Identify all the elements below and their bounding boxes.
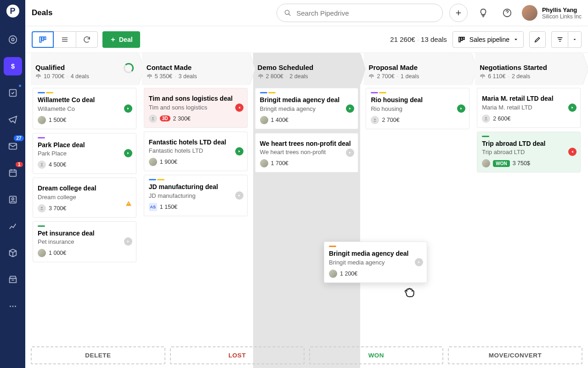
add-button[interactable] xyxy=(449,4,468,22)
deal-org: Pet insurance xyxy=(38,238,131,245)
status-indicator[interactable] xyxy=(457,104,465,113)
user-menu[interactable]: Phyllis Yang Silicon Links Inc xyxy=(522,5,582,21)
deal-card[interactable]: JD manufacturing deal JD manufacturing A… xyxy=(144,175,248,216)
view-forecast-button[interactable] xyxy=(76,31,98,48)
svg-rect-15 xyxy=(44,37,45,40)
deal-org: Maria M. retail LTD xyxy=(482,104,576,111)
deal-card[interactable]: Fantastic hotels LTD deal Fantastic hote… xyxy=(144,132,248,172)
tips-button[interactable] xyxy=(474,4,492,22)
deal-card[interactable]: Park Place deal Park Place 4 500€ xyxy=(33,133,136,174)
status-indicator[interactable] xyxy=(568,148,577,156)
view-pipeline-button[interactable] xyxy=(32,31,54,48)
refresh-icon xyxy=(83,35,91,44)
deal-card[interactable]: Pet insurance deal Pet insurance 1 000€ xyxy=(33,221,136,263)
warning-icon xyxy=(125,200,132,209)
avatar xyxy=(482,115,490,123)
plus-icon xyxy=(110,36,116,43)
nav-deals[interactable]: $ xyxy=(4,57,22,75)
label-bars xyxy=(149,179,243,180)
column-header[interactable]: Contact Made 5 350€·3 deals xyxy=(142,53,249,85)
deal-card[interactable]: Willamette Co deal Willamette Co 1 500€ xyxy=(33,88,136,129)
chevron-down-icon xyxy=(572,37,577,42)
pipeline-column: Contact Made 5 350€·3 deals Tim and sons… xyxy=(140,53,251,368)
deal-card[interactable]: Trip abroad LTD deal Trip abroad LTD WON… xyxy=(477,132,581,173)
column-header[interactable]: Negotiations Started 6 110€·2 deals xyxy=(475,53,582,85)
deal-card[interactable]: Dream college deal Dream college 3 700€ xyxy=(33,178,136,218)
status-indicator[interactable] xyxy=(568,104,577,112)
view-list-button[interactable] xyxy=(54,31,76,48)
pipeline-column: Demo Scheduled 2 800€·2 deals Bringit me… xyxy=(251,53,362,368)
deal-card[interactable]: Tim and sons logistics deal Tim and sons… xyxy=(144,88,248,128)
dropzone-lost[interactable]: LOST xyxy=(170,346,305,364)
status-indicator[interactable] xyxy=(346,104,354,113)
toolbar: Deal 21 260€ · 13 deals Sales pipeline xyxy=(25,26,588,53)
deal-amount: 1 000€ xyxy=(49,250,66,256)
svg-point-0 xyxy=(9,36,17,44)
deal-title: Tim and sons logistics deal xyxy=(149,95,243,103)
nav-campaigns[interactable] xyxy=(4,110,22,129)
scale-icon xyxy=(147,73,153,79)
deal-org: We heart trees non-profit xyxy=(260,149,354,155)
nav-mail[interactable]: 27 xyxy=(4,137,22,155)
dropzone-won[interactable]: WON xyxy=(309,346,444,364)
status-indicator[interactable] xyxy=(415,258,423,266)
pipeline-selector[interactable]: Sales pipeline xyxy=(452,31,524,48)
status-indicator[interactable] xyxy=(124,104,132,113)
help-button[interactable] xyxy=(498,4,516,22)
nav-activities[interactable]: 1 xyxy=(4,164,22,182)
avatar-initials: AS xyxy=(149,203,157,211)
svg-rect-18 xyxy=(463,37,464,39)
svg-point-21 xyxy=(152,117,153,118)
status-indicator[interactable] xyxy=(124,237,132,246)
app-logo: P xyxy=(6,5,19,17)
deal-title: JD manufacturing deal xyxy=(149,183,243,191)
column-meta: 5 350€·3 deals xyxy=(147,73,245,80)
column-header[interactable]: Qualified 10 700€·4 deals xyxy=(31,53,138,85)
search-input[interactable] xyxy=(296,9,436,17)
filter-button[interactable] xyxy=(551,31,568,48)
column-meta: 10 700€·4 deals xyxy=(35,73,134,80)
deal-card[interactable]: Rio housing deal Rio housing 2 700€ xyxy=(366,88,469,129)
deal-amount: 2 700€ xyxy=(382,117,399,123)
avatar xyxy=(38,116,46,124)
status-indicator[interactable] xyxy=(235,104,243,112)
nav-insights[interactable] xyxy=(4,217,22,236)
svg-point-11 xyxy=(285,10,289,14)
label-bars xyxy=(371,92,464,93)
status-indicator[interactable] xyxy=(235,147,243,155)
svg-point-10 xyxy=(15,306,16,307)
nav-products[interactable] xyxy=(4,244,22,262)
edit-pipeline-button[interactable] xyxy=(529,31,546,48)
deal-card[interactable]: Maria M. retail LTD deal Maria M. retail… xyxy=(477,88,581,128)
deal-org: Trip abroad LTD xyxy=(482,149,576,155)
nav-marketplace[interactable] xyxy=(4,270,22,289)
status-indicator[interactable] xyxy=(235,191,243,200)
status-indicator[interactable] xyxy=(346,149,354,157)
kanban-board: Qualified 10 700€·4 deals Willamette Co … xyxy=(25,53,588,368)
deal-org: JD manufacturing xyxy=(149,192,243,199)
deal-org: Bringit media agency xyxy=(329,259,422,266)
column-header[interactable]: Proposal Made 2 700€·1 deals xyxy=(364,53,471,85)
nav-contacts[interactable] xyxy=(4,190,22,209)
deal-org: Tim and sons logistics xyxy=(149,104,243,111)
filter-dropdown[interactable] xyxy=(568,31,582,48)
deal-amount: 1 400€ xyxy=(271,117,288,123)
dropzone-move[interactable]: MOVE/CONVERT xyxy=(448,346,582,364)
deal-org: Dream college xyxy=(38,194,131,201)
status-indicator[interactable] xyxy=(124,149,132,157)
deal-card[interactable]: Bringit media agency deal Bringit media … xyxy=(255,88,359,129)
column-cards: Bringit media agency deal Bringit media … xyxy=(253,85,361,368)
add-deal-button[interactable]: Deal xyxy=(102,31,140,48)
deal-amount: 1 150€ xyxy=(160,204,177,210)
column-header[interactable]: Demo Scheduled 2 800€·2 deals xyxy=(253,53,361,85)
search-box[interactable] xyxy=(277,4,443,22)
dropzone-delete[interactable]: DELETE xyxy=(31,346,165,364)
deal-card[interactable]: We heart trees non-profit deal We heart … xyxy=(255,133,359,173)
dragging-deal-card[interactable]: Bringit media agency deal Bringit media … xyxy=(324,242,427,283)
nav-more[interactable] xyxy=(4,297,22,316)
deal-title: Bringit media agency deal xyxy=(329,250,422,258)
nav-focus[interactable] xyxy=(4,30,22,49)
nav-projects[interactable] xyxy=(4,84,22,102)
mail-badge: 27 xyxy=(14,135,23,141)
avatar xyxy=(38,161,46,169)
